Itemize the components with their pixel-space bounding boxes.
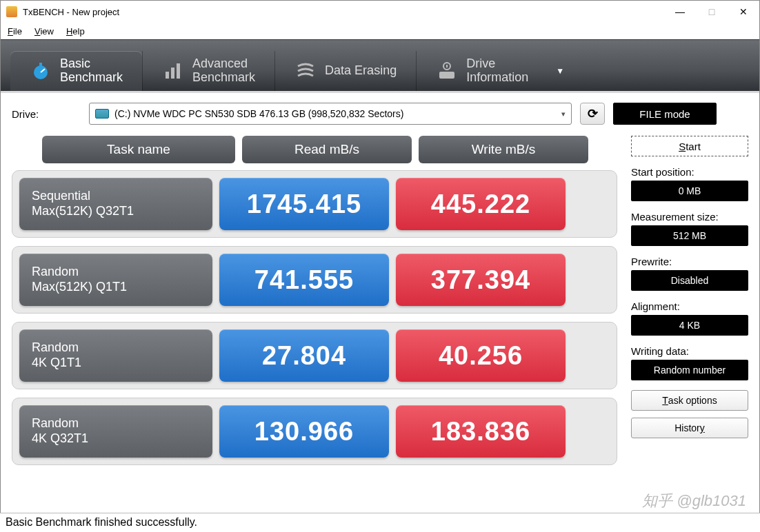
- window-controls: — □ ✕: [664, 1, 759, 23]
- task-line1: Sequential: [32, 189, 200, 204]
- svg-rect-4: [171, 68, 174, 79]
- app-icon: [6, 6, 17, 17]
- tab-drive-information[interactable]: DriveInformation: [416, 51, 548, 91]
- prewrite-value[interactable]: Disabled: [631, 270, 748, 291]
- task-line1: Random: [32, 416, 200, 431]
- alignment-label: Alignment:: [631, 300, 748, 312]
- watermark: 知乎 @glb1031: [642, 491, 746, 511]
- tab-overflow-button[interactable]: ▼: [548, 51, 572, 91]
- tabstrip: BasicBenchmark AdvancedBenchmark Data Er…: [1, 39, 759, 93]
- task-line2: 4K Q32T1: [32, 431, 200, 447]
- start-button[interactable]: Start: [631, 136, 748, 156]
- result-row: Random 4K Q32T1 130.966 183.836: [12, 398, 617, 465]
- write-value[interactable]: 445.222: [396, 178, 566, 230]
- measurement-size-value[interactable]: 512 MB: [631, 225, 748, 246]
- task-cell[interactable]: Sequential Max(512K) Q32T1: [19, 178, 212, 230]
- tab-label: DriveInformation: [466, 57, 528, 85]
- menu-view[interactable]: View: [34, 26, 54, 37]
- refresh-icon: ⟳: [588, 106, 598, 121]
- task-options-button[interactable]: Task options: [631, 390, 748, 411]
- window-title: TxBENCH - New project: [23, 7, 664, 17]
- drive-info-icon: [436, 60, 458, 82]
- tab-label: BasicBenchmark: [60, 57, 123, 85]
- start-position-label: Start position:: [631, 166, 748, 178]
- task-line1: Random: [32, 265, 200, 280]
- tab-label: AdvancedBenchmark: [192, 57, 255, 85]
- results-panel: Task name Read mB/s Write mB/s Sequentia…: [12, 132, 617, 473]
- read-value[interactable]: 741.555: [219, 254, 389, 306]
- write-value[interactable]: 377.394: [396, 254, 566, 306]
- writing-data-label: Writing data:: [631, 345, 748, 357]
- menu-file[interactable]: File: [8, 26, 22, 37]
- task-cell[interactable]: Random 4K Q32T1: [19, 405, 212, 458]
- tab-basic-benchmark[interactable]: BasicBenchmark: [10, 51, 142, 91]
- header-task: Task name: [42, 136, 235, 163]
- read-value[interactable]: 130.966: [219, 405, 389, 458]
- menu-help[interactable]: Help: [66, 26, 85, 37]
- task-line2: 4K Q1T1: [32, 356, 200, 371]
- tab-data-erasing[interactable]: Data Erasing: [274, 51, 416, 91]
- start-position-value[interactable]: 0 MB: [631, 181, 748, 201]
- task-line2: Max(512K) Q1T1: [32, 280, 200, 295]
- file-mode-button[interactable]: FILE mode: [613, 103, 717, 125]
- disk-icon: [95, 109, 109, 119]
- stopwatch-icon: [30, 60, 52, 82]
- writing-data-value[interactable]: Random number: [631, 360, 748, 380]
- read-value[interactable]: 27.804: [219, 329, 389, 382]
- result-row: Sequential Max(512K) Q32T1 1745.415 445.…: [12, 170, 617, 238]
- menubar: File View Help: [1, 23, 759, 39]
- header-write: Write mB/s: [419, 136, 588, 163]
- alignment-value[interactable]: 4 KB: [631, 315, 748, 336]
- drive-select[interactable]: (C:) NVMe WDC PC SN530 SDB 476.13 GB (99…: [89, 103, 572, 125]
- erase-icon: [294, 60, 317, 82]
- status-bar: Basic Benchmark finished successfully.: [0, 513, 760, 532]
- drive-selected-text: (C:) NVMe WDC PC SN530 SDB 476.13 GB (99…: [114, 108, 403, 119]
- header-read: Read mB/s: [242, 136, 412, 163]
- task-cell[interactable]: Random 4K Q1T1: [19, 329, 212, 382]
- bars-icon: [162, 60, 184, 82]
- read-value[interactable]: 1745.415: [219, 178, 389, 230]
- drive-row: Drive: (C:) NVMe WDC PC SN530 SDB 476.13…: [1, 93, 759, 132]
- svg-rect-3: [166, 72, 169, 79]
- svg-rect-6: [439, 72, 454, 79]
- maximize-button[interactable]: □: [696, 1, 728, 23]
- tab-label: Data Erasing: [325, 64, 397, 78]
- svg-rect-5: [177, 63, 180, 79]
- result-row: Random 4K Q1T1 27.804 40.256: [12, 322, 617, 389]
- write-value[interactable]: 40.256: [396, 329, 566, 382]
- table-header: Task name Read mB/s Write mB/s: [42, 136, 617, 163]
- write-value[interactable]: 183.836: [396, 405, 566, 458]
- chevron-down-icon: ▾: [561, 110, 566, 119]
- task-line2: Max(512K) Q32T1: [32, 204, 200, 219]
- close-button[interactable]: ✕: [728, 1, 759, 23]
- sidebar: Start Start position: 0 MB Measurement s…: [631, 132, 748, 473]
- tab-advanced-benchmark[interactable]: AdvancedBenchmark: [142, 51, 274, 91]
- history-button[interactable]: History: [631, 418, 748, 438]
- task-line1: Random: [32, 340, 200, 356]
- result-row: Random Max(512K) Q1T1 741.555 377.394: [12, 246, 617, 314]
- drive-label: Drive:: [12, 108, 81, 120]
- svg-rect-1: [39, 63, 42, 66]
- titlebar: TxBENCH - New project — □ ✕: [1, 1, 759, 23]
- task-cell[interactable]: Random Max(512K) Q1T1: [19, 254, 212, 306]
- minimize-button[interactable]: —: [664, 1, 696, 23]
- refresh-button[interactable]: ⟳: [580, 103, 605, 125]
- main-area: Task name Read mB/s Write mB/s Sequentia…: [1, 132, 759, 479]
- prewrite-label: Prewrite:: [631, 256, 748, 267]
- measurement-size-label: Measurement size:: [631, 211, 748, 223]
